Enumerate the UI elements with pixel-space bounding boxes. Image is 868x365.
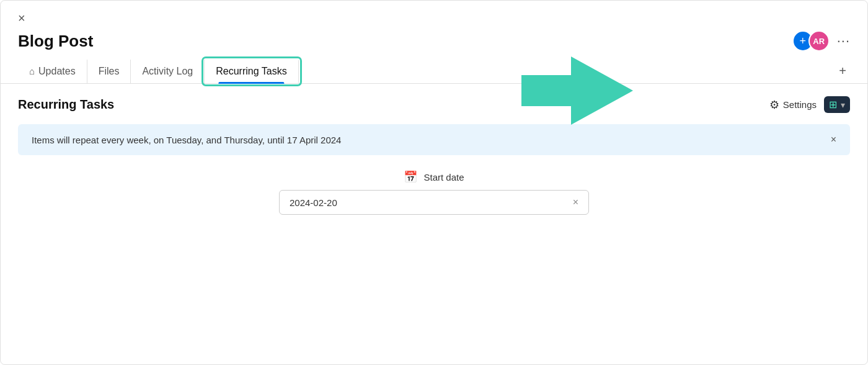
- header-actions: + AR ···: [792, 30, 850, 52]
- avatar[interactable]: AR: [808, 30, 830, 52]
- start-date-label-row: 📅 Start date: [404, 170, 464, 184]
- modal-container: × Blog Post + AR ··· ⌂ Updates Files Act…: [0, 0, 868, 365]
- page-title: Blog Post: [18, 32, 93, 51]
- svg-marker-0: [521, 56, 633, 125]
- section-header: Recurring Tasks ⚙ Settings ⊞ ▾: [18, 96, 850, 113]
- add-tab-button[interactable]: +: [835, 59, 850, 83]
- gear-icon: ⚙: [769, 98, 779, 112]
- calendar-icon: ⊞: [829, 99, 837, 110]
- arrow-annotation: [521, 50, 645, 131]
- date-input-container[interactable]: 2024-02-20 ×: [279, 190, 589, 215]
- settings-button[interactable]: ⚙ Settings: [769, 98, 817, 112]
- start-date-section: 📅 Start date 2024-02-20 ×: [18, 170, 850, 215]
- tabs-bar: ⌂ Updates Files Activity Log Recurring T…: [1, 59, 867, 84]
- tabs-list: ⌂ Updates Files Activity Log Recurring T…: [18, 60, 299, 83]
- calendar-icon: 📅: [404, 170, 417, 184]
- tab-updates[interactable]: ⌂ Updates: [18, 60, 87, 83]
- start-date-label: Start date: [423, 172, 464, 182]
- view-toggle-button[interactable]: ⊞ ▾: [824, 96, 850, 113]
- tab-activity-log[interactable]: Activity Log: [131, 60, 205, 83]
- tab-updates-label: Updates: [38, 66, 76, 77]
- tab-files-label: Files: [99, 66, 120, 77]
- date-value: 2024-02-20: [290, 197, 337, 208]
- main-content: Recurring Tasks ⚙ Settings ⊞ ▾ Items wil…: [1, 84, 867, 227]
- tab-recurring-tasks[interactable]: Recurring Tasks: [205, 60, 298, 83]
- tab-recurring-tasks-label: Recurring Tasks: [216, 66, 286, 77]
- close-button[interactable]: ×: [18, 12, 25, 24]
- section-actions: ⚙ Settings ⊞ ▾: [769, 96, 850, 113]
- title-row: Blog Post + AR ···: [1, 24, 867, 52]
- tab-activity-log-label: Activity Log: [142, 66, 193, 77]
- chevron-down-icon: ▾: [841, 100, 845, 110]
- modal-header: ×: [1, 1, 867, 24]
- tab-files[interactable]: Files: [87, 60, 131, 83]
- date-clear-button[interactable]: ×: [573, 197, 578, 208]
- section-title: Recurring Tasks: [18, 97, 114, 112]
- info-banner: Items will repeat every week, on Tuesday…: [18, 124, 850, 155]
- banner-message: Items will repeat every week, on Tuesday…: [32, 135, 341, 145]
- home-icon: ⌂: [29, 66, 35, 76]
- settings-label: Settings: [783, 99, 817, 110]
- banner-close-button[interactable]: ×: [831, 134, 836, 145]
- more-options-button[interactable]: ···: [837, 33, 850, 49]
- avatar-group: + AR: [792, 30, 830, 52]
